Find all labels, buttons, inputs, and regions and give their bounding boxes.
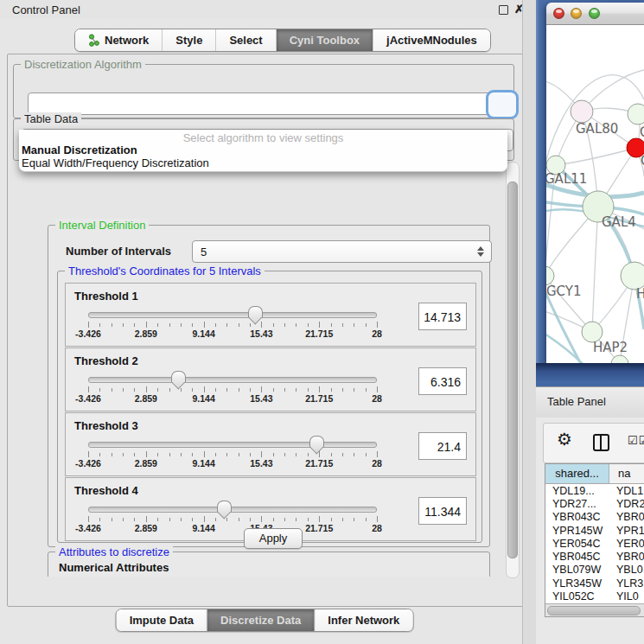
threshold-value-box[interactable]: 14.713 bbox=[418, 303, 467, 330]
slider-track[interactable] bbox=[88, 507, 377, 513]
tab-select[interactable]: Select bbox=[216, 29, 276, 51]
close-traffic-light-icon[interactable] bbox=[553, 8, 564, 19]
tick-mark bbox=[308, 453, 309, 456]
column-header-name[interactable]: na bbox=[609, 464, 644, 484]
slider-track[interactable] bbox=[88, 312, 377, 318]
slider-thumb[interactable] bbox=[171, 371, 186, 382]
threshold-slider[interactable]: -3.4262.8599.14415.4321.71528 bbox=[88, 478, 377, 540]
minimize-traffic-light-icon[interactable] bbox=[571, 8, 582, 19]
table-row[interactable]: YBL079WYBL0 bbox=[545, 564, 644, 577]
slider-track[interactable] bbox=[88, 442, 377, 448]
table-row[interactable]: YIL052CYIL0 bbox=[545, 590, 644, 603]
network-view-window[interactable]: GAL80GACGAL11GAL4GCY1HHAP2 bbox=[546, 3, 644, 363]
tick-mark bbox=[308, 388, 309, 392]
tick-mark bbox=[250, 388, 251, 392]
table-cell: YBR0 bbox=[609, 511, 644, 523]
tab-discretize-data[interactable]: Discretize Data bbox=[207, 609, 315, 631]
table-cell: YBL0 bbox=[609, 564, 643, 576]
tick-mark bbox=[88, 386, 89, 392]
threshold-1-panel: Threshold 1 -3.4262.8599.14415.4321.7152… bbox=[65, 283, 476, 347]
tab-network[interactable]: Network bbox=[75, 29, 163, 51]
tick-mark bbox=[215, 323, 216, 327]
combobox-focus-ring[interactable] bbox=[486, 90, 519, 119]
table-row[interactable]: YDL19...YDL1 bbox=[545, 484, 644, 497]
network-node-label: C bbox=[641, 153, 644, 169]
algorithm-combobox[interactable] bbox=[28, 92, 512, 115]
apply-button[interactable]: Apply bbox=[244, 528, 303, 549]
network-node[interactable] bbox=[546, 266, 554, 285]
threshold-2-panel: Threshold 2 -3.4262.8599.14415.4321.7152… bbox=[65, 348, 476, 411]
table-cell: YIL052C bbox=[545, 590, 609, 603]
tick-mark bbox=[204, 451, 205, 457]
popup-option-manual-discretization[interactable]: Manual Discretization bbox=[22, 143, 137, 156]
table-row[interactable]: YDR27...YDR2 bbox=[545, 497, 644, 510]
threshold-value-box[interactable]: 6.316 bbox=[418, 367, 467, 395]
tab-infer-network[interactable]: Infer Network bbox=[315, 609, 412, 631]
tick-label: 28 bbox=[372, 393, 382, 404]
network-canvas[interactable]: GAL80GACGAL11GAL4GCY1HHAP2 bbox=[546, 25, 644, 364]
panel-divider[interactable] bbox=[522, 0, 537, 644]
network-window-titlebar[interactable] bbox=[546, 3, 644, 25]
table-cell: YBR0 bbox=[609, 551, 644, 563]
slider-track[interactable] bbox=[88, 377, 377, 383]
tab-cyni-toolbox[interactable]: Cyni Toolbox bbox=[277, 29, 373, 51]
network-node-label: GA bbox=[640, 124, 644, 140]
tick-mark bbox=[123, 453, 124, 456]
column-layout-icon[interactable] bbox=[593, 434, 609, 451]
scrollbar-thumb[interactable] bbox=[547, 606, 641, 615]
tab-label: Discretize Data bbox=[220, 614, 301, 627]
tick-mark bbox=[273, 388, 274, 392]
tab-style[interactable]: Style bbox=[163, 29, 216, 51]
tick-mark bbox=[215, 518, 216, 521]
top-tab-bar: Network Style Select Cyni Toolbox jActiv… bbox=[74, 29, 491, 52]
threshold-slider[interactable]: -3.4262.8599.14415.4321.71528 bbox=[88, 413, 377, 475]
tab-jactivemnodules[interactable]: jActiveMNodules bbox=[373, 29, 490, 51]
tick-mark bbox=[377, 322, 378, 328]
table-panel-titlebar: Table Panel bbox=[536, 386, 644, 418]
tick-mark bbox=[250, 453, 251, 456]
group-title: Interval Definition bbox=[55, 219, 149, 232]
threshold-value-box[interactable]: 11.344 bbox=[418, 497, 467, 525]
node-attribute-table[interactable]: shared... na YDL19...YDL1YDR27...YDR2YBR… bbox=[545, 463, 644, 617]
zoom-traffic-light-icon[interactable] bbox=[589, 8, 600, 19]
table-row[interactable]: YLR345WYLR3 bbox=[545, 577, 644, 590]
tick-mark bbox=[261, 322, 262, 328]
tick-mark bbox=[273, 323, 274, 327]
column-header-shared[interactable]: shared... bbox=[545, 464, 609, 484]
slider-ticks bbox=[88, 322, 377, 328]
tick-mark bbox=[146, 322, 147, 328]
tick-label: 9.144 bbox=[192, 328, 214, 339]
table-cell: YBL079W bbox=[545, 564, 609, 576]
group-title: Threshold's Coordinates for 5 Intervals bbox=[65, 265, 265, 277]
tick-mark bbox=[157, 323, 158, 327]
tick-mark bbox=[146, 386, 147, 392]
tick-label: -3.426 bbox=[75, 523, 101, 533]
tick-mark bbox=[99, 388, 100, 392]
main-scrollbar[interactable] bbox=[506, 162, 520, 578]
tick-label: -3.426 bbox=[75, 328, 101, 339]
tick-mark bbox=[215, 388, 216, 392]
threshold-slider[interactable]: -3.4262.8599.14415.4321.71528 bbox=[88, 348, 377, 411]
number-of-intervals-combobox[interactable]: 5 bbox=[192, 240, 492, 263]
tab-impute-data[interactable]: Impute Data bbox=[117, 609, 207, 631]
threshold-slider[interactable]: -3.4262.8599.14415.4321.71528 bbox=[88, 284, 377, 346]
threshold-value-box[interactable]: 21.4 bbox=[418, 432, 467, 460]
tick-mark bbox=[366, 453, 367, 456]
network-node[interactable] bbox=[628, 104, 644, 124]
table-row[interactable]: YBR043CYBR0 bbox=[545, 511, 644, 524]
popup-option-equal-width[interactable]: Equal Width/Frequency Discretization bbox=[22, 156, 209, 169]
gear-icon[interactable]: ⚙ bbox=[557, 430, 572, 448]
table-row[interactable]: YER054CYER0 bbox=[545, 537, 644, 550]
tick-mark bbox=[204, 516, 205, 522]
table-row[interactable]: YBR045CYBR0 bbox=[545, 550, 644, 563]
checkbox-icons[interactable]: ☑☑ bbox=[628, 434, 644, 447]
table-row[interactable]: YPR145WYPR1 bbox=[545, 524, 644, 537]
slider-thumb[interactable] bbox=[309, 436, 324, 447]
scrollbar-thumb[interactable] bbox=[507, 182, 518, 558]
slider-thumb[interactable] bbox=[248, 306, 263, 317]
network-node[interactable] bbox=[571, 100, 593, 123]
table-horizontal-scrollbar[interactable] bbox=[545, 603, 644, 616]
float-window-icon[interactable] bbox=[499, 5, 508, 15]
slider-thumb[interactable] bbox=[217, 501, 232, 512]
tick-label: 21.715 bbox=[305, 328, 333, 339]
